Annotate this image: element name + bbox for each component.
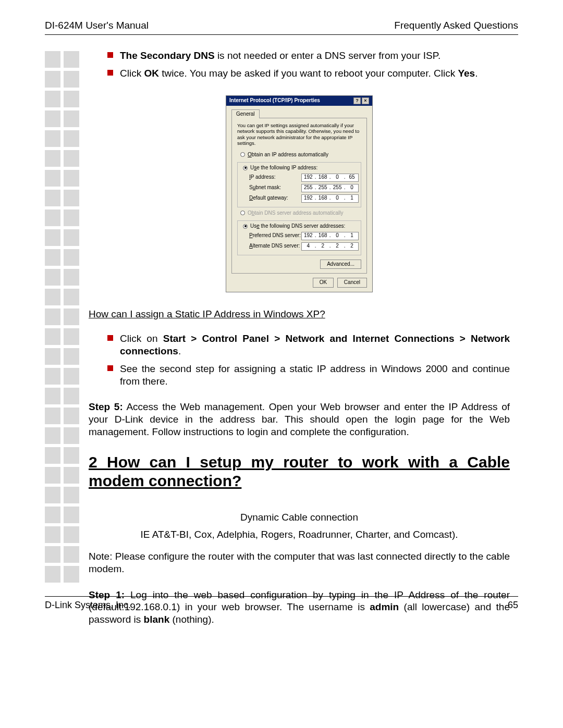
alternate-dns-input[interactable]: 4.2.2.2	[301, 242, 359, 251]
radio-use-dns[interactable]: Use the following DNS server addresses:	[243, 223, 359, 230]
ip-address-row: IP address: 192.168.0.65	[249, 174, 359, 182]
subnet-mask-row: Subnet mask: 255.255.255.0	[249, 184, 359, 192]
radio-obtain-dns: Obtain DNS server address automatically	[240, 210, 361, 217]
cable-line2: IE AT&T-BI, Cox, Adelphia, Rogers, Roadr…	[89, 528, 510, 541]
cancel-button[interactable]: Cancel	[337, 278, 367, 288]
footer-page-number: 65	[508, 600, 518, 611]
list-item: The Secondary DNS is not needed or enter…	[107, 50, 510, 62]
default-gateway-row: Default gateway: 192.168.0.1	[249, 194, 359, 203]
ok-button[interactable]: OK	[313, 278, 334, 288]
dialog-titlebar: Internet Protocol (TCP/IP) Properties ? …	[226, 96, 372, 106]
radio-use-ip[interactable]: Use the following IP address:	[243, 165, 359, 171]
help-icon[interactable]: ?	[353, 97, 361, 104]
header-right: Frequently Asked Questions	[394, 20, 518, 31]
alternate-dns-row: Alternate DNS server: 4.2.2.2	[249, 242, 359, 251]
cable-line1: Dynamic Cable connection	[89, 511, 510, 524]
step-5: Step 5: Access the Web management. Open …	[89, 401, 510, 438]
preferred-dns-row: Preferred DNS server: 192.168.0.1	[249, 232, 359, 240]
tab-general[interactable]: General	[231, 109, 260, 119]
dialog-title: Internet Protocol (TCP/IP) Properties	[229, 97, 320, 104]
default-gateway-input[interactable]: 192.168.0.1	[301, 194, 359, 203]
page-footer: D-Link Systems, Inc. 65	[45, 596, 518, 611]
cable-note: Note: Please configure the router with t…	[89, 550, 510, 575]
section-heading-2: 2 How can I setup my router to work with…	[89, 453, 510, 490]
list-item: Click on Start > Control Panel > Network…	[107, 332, 510, 357]
header-left: DI-624M User's Manual	[45, 20, 149, 31]
list-item: See the second step for assigning a stat…	[107, 363, 510, 388]
advanced-button[interactable]: Advanced...	[320, 260, 361, 269]
tcpip-properties-dialog: Internet Protocol (TCP/IP) Properties ? …	[226, 95, 373, 292]
preferred-dns-input[interactable]: 192.168.0.1	[301, 232, 359, 240]
subnet-mask-input[interactable]: 255.255.255.0	[301, 184, 359, 192]
page-header: DI-624M User's Manual Frequently Asked Q…	[45, 20, 518, 35]
ip-address-input[interactable]: 192.168.0.65	[301, 174, 359, 182]
dialog-description: You can get IP settings assigned automat…	[237, 122, 361, 146]
radio-obtain-ip[interactable]: Obtain an IP address automatically	[240, 152, 361, 158]
list-item: Click OK twice. You may be asked if you …	[107, 67, 510, 80]
footer-left: D-Link Systems, Inc.	[45, 600, 131, 611]
question-xp: How can I assign a Static IP Address in …	[89, 308, 510, 320]
close-icon[interactable]: ×	[362, 97, 369, 104]
